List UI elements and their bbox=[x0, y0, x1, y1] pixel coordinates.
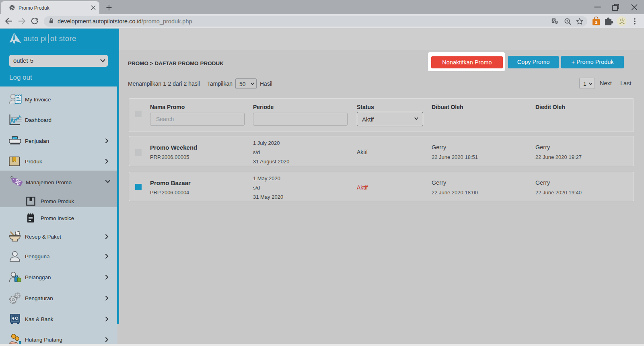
svg-text:a: a bbox=[595, 20, 598, 25]
